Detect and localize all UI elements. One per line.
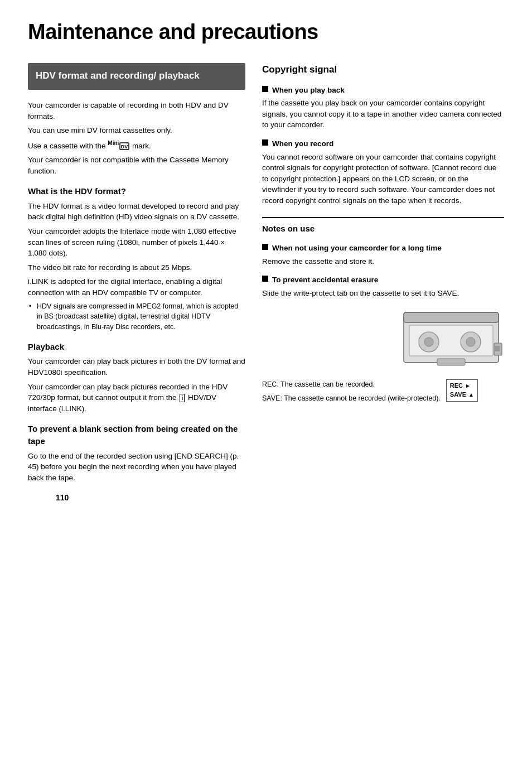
prevent-blank-heading: To prevent a blank section from being cr… — [28, 423, 245, 447]
svg-rect-9 — [437, 359, 465, 365]
svg-text:DV: DV — [121, 144, 128, 150]
hdv-bullet-item: HDV signals are compressed in MPEG2 form… — [28, 301, 245, 331]
save-label: SAVE: The cassette cannot be recorded (w… — [262, 393, 441, 404]
when-play-back-heading-row: When you play back — [262, 85, 504, 96]
svg-point-6 — [424, 337, 433, 346]
intro-section: Your camcorder is capable of recording i… — [28, 100, 245, 176]
save-text: SAVE — [450, 390, 466, 399]
hdv-p2: Your camcorder adopts the Interlace mode… — [28, 226, 245, 259]
long-time-label: When not using your camcorder for a long… — [272, 243, 442, 254]
hdv-format-box: HDV format and recording/ playback — [28, 63, 245, 90]
when-record-label: When you record — [272, 138, 333, 150]
svg-rect-11 — [495, 346, 500, 351]
save-badge-row: SAVE ▲ — [450, 390, 474, 399]
intro-p4: Your camcorder is not compatible with th… — [28, 155, 245, 176]
long-time-heading-row: When not using your camcorder for a long… — [262, 243, 504, 254]
accidental-erasure-label: To prevent accidental erasure — [272, 274, 378, 286]
ilink-icon: i — [180, 394, 185, 402]
playback-heading: Playback — [28, 341, 245, 353]
hdv-box-title: HDV format and recording/ playback — [36, 70, 238, 82]
prevent-blank-p1: Go to the end of the recorded section us… — [28, 451, 245, 484]
right-column: Copyright signal When you play back If t… — [262, 63, 504, 486]
svg-rect-3 — [404, 312, 499, 322]
when-play-back-label: When you play back — [272, 85, 345, 96]
page-title: Maintenance and precautions — [28, 17, 504, 47]
hdv-p3: The video bit rate for recording is abou… — [28, 262, 245, 273]
playback-p2: Your camcorder can play back pictures re… — [28, 382, 245, 414]
rec-save-descriptions: REC: The cassette can be recorded. SAVE:… — [262, 379, 441, 407]
black-square-icon-3 — [262, 244, 268, 250]
accidental-erasure-text: Slide the write-protect tab on the casse… — [262, 288, 504, 299]
rec-label: REC: The cassette can be recorded. — [262, 379, 441, 390]
cassette-image-area — [262, 310, 504, 371]
playback-p1: Your camcorder can play back pictures in… — [28, 356, 245, 378]
save-arrow-icon: ▲ — [468, 391, 474, 399]
when-record-heading-row: When you record — [262, 138, 504, 150]
page-number: 110 — [56, 492, 532, 503]
rec-text: REC — [450, 382, 463, 390]
hdv-p4: i.LINK is adopted for the digital interf… — [28, 276, 245, 298]
rec-badge-row: REC ► — [450, 382, 471, 390]
notes-on-use-heading: Notes on use — [262, 217, 504, 235]
intro-p1: Your camcorder is capable of recording i… — [28, 100, 245, 122]
left-column: HDV format and recording/ playback Your … — [28, 63, 245, 486]
cassette-diagram: REC: The cassette can be recorded. SAVE:… — [262, 310, 504, 407]
rec-save-labels-area: REC: The cassette can be recorded. SAVE:… — [262, 379, 478, 407]
black-square-icon-4 — [262, 276, 268, 282]
copyright-heading: Copyright signal — [262, 63, 504, 77]
long-time-text: Remove the cassette and store it. — [262, 256, 504, 267]
black-square-icon-2 — [262, 139, 268, 146]
mini-label: Mini — [108, 140, 119, 146]
accidental-erasure-heading-row: To prevent accidental erasure — [262, 274, 504, 286]
intro-p3: Use a cassette with the MiniDV mark. — [28, 139, 245, 151]
intro-p2: You can use mini DV format cassettes onl… — [28, 125, 245, 136]
when-play-back-text: If the cassette you play back on your ca… — [262, 98, 504, 131]
when-record-text: You cannot record software on your camco… — [262, 152, 504, 206]
what-is-hdv-heading: What is the HDV format? — [28, 185, 245, 197]
cassette-svg — [398, 310, 504, 371]
hdv-p1: The HDV format is a video format develop… — [28, 201, 245, 223]
rec-save-badge: REC ► SAVE ▲ — [446, 379, 478, 402]
rec-arrow-icon: ► — [465, 382, 471, 390]
black-square-icon — [262, 86, 268, 92]
hdv-bullet-list: HDV signals are compressed in MPEG2 form… — [28, 301, 245, 331]
svg-point-8 — [466, 337, 475, 346]
